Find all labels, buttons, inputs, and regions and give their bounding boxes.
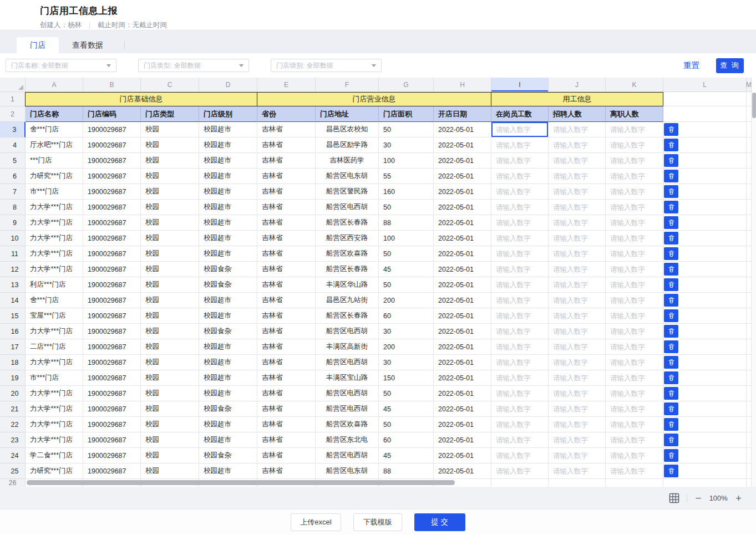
delete-row-button[interactable]: [664, 371, 678, 384]
submit-button[interactable]: 提 交: [414, 513, 465, 531]
tab-view-data[interactable]: 查看数据: [59, 37, 116, 53]
cell-province[interactable]: 吉林省: [257, 448, 316, 463]
hire-count-input[interactable]: [549, 463, 605, 478]
staff-count-input[interactable]: [491, 432, 548, 447]
cell-province[interactable]: 吉林省: [257, 262, 316, 277]
row-number-24[interactable]: 24: [0, 448, 26, 463]
column-header-6[interactable]: 门店地址: [316, 106, 379, 122]
column-letter-A[interactable]: A: [26, 78, 83, 92]
cell-store-name[interactable]: 力大学***门店: [26, 386, 83, 401]
row-number-12[interactable]: 12: [0, 262, 26, 277]
row-number-4[interactable]: 4: [0, 137, 26, 153]
column-header-9[interactable]: 在岗员工数: [491, 106, 549, 122]
store-level-filter[interactable]: 门店级别: 全部数据: [271, 59, 382, 72]
column-header-11[interactable]: 离职人数: [606, 106, 663, 122]
staff-count-input[interactable]: [491, 370, 548, 385]
cell-store-code[interactable]: 1900029687: [83, 401, 141, 417]
cell-store-address[interactable]: 船营区电东胡: [316, 463, 379, 479]
staff-count-input[interactable]: [491, 215, 548, 230]
cell-store-code[interactable]: 1900029687: [83, 448, 141, 463]
delete-row-button[interactable]: [664, 185, 678, 198]
row-number-5[interactable]: 5: [0, 153, 26, 169]
row-number-23[interactable]: 23: [0, 432, 26, 448]
cell-store-level[interactable]: 校园食杂: [199, 448, 257, 463]
cell-store-level[interactable]: 校园超市: [199, 231, 257, 246]
hire-count-input[interactable]: [549, 370, 605, 385]
hire-count-input[interactable]: [549, 324, 605, 339]
column-letter-D[interactable]: D: [199, 78, 257, 92]
leave-count-input[interactable]: [606, 386, 663, 401]
delete-row-button[interactable]: [664, 356, 678, 369]
horizontal-scrollbar-thumb[interactable]: [27, 480, 455, 485]
cell-store-name[interactable]: 力大学***门店: [26, 231, 83, 246]
vertical-scrollbar[interactable]: [751, 92, 756, 487]
leave-count-input[interactable]: [606, 122, 663, 137]
delete-row-button[interactable]: [664, 139, 678, 151]
hire-count-input[interactable]: [549, 417, 605, 432]
column-letter-C[interactable]: C: [141, 78, 199, 92]
cell-store-level[interactable]: 校园超市: [199, 153, 257, 169]
column-header-1[interactable]: 门店名称: [26, 106, 83, 122]
cell-store-level[interactable]: 校园超市: [199, 137, 257, 153]
cell-store-address[interactable]: 丰满区华山路: [316, 277, 379, 293]
cell-province[interactable]: 吉林省: [257, 153, 316, 169]
hire-count-input[interactable]: [549, 432, 605, 447]
cell-province[interactable]: 吉林省: [257, 277, 316, 293]
cell-store-address[interactable]: 昌邑区农校知: [316, 122, 379, 137]
cell-store-name[interactable]: 力大学***门店: [26, 401, 83, 417]
cell-store-area[interactable]: 50: [379, 417, 434, 432]
cell-store-name[interactable]: 力大学***门店: [26, 200, 83, 215]
row-number-20[interactable]: 20: [0, 386, 26, 401]
row-number-26[interactable]: 26: [0, 479, 26, 487]
hire-count-input[interactable]: [549, 401, 605, 416]
cell-store-name[interactable]: 市***门店: [26, 370, 83, 386]
cell-province[interactable]: 吉林省: [257, 355, 316, 370]
delete-row-button[interactable]: [664, 232, 678, 244]
cell-store-level[interactable]: 校园超市: [199, 293, 257, 308]
cell-store-code[interactable]: 1900029687: [83, 370, 141, 386]
cell-province[interactable]: 吉林省: [257, 339, 316, 355]
cell-store-type[interactable]: 校园: [141, 231, 199, 246]
column-header-8[interactable]: 开店日期: [434, 106, 491, 122]
cell-store-code[interactable]: 1900029687: [83, 293, 141, 308]
row-number-6[interactable]: 6: [0, 169, 26, 184]
cell-open-date[interactable]: 2022-05-01: [434, 137, 491, 153]
cell-province[interactable]: 吉林省: [257, 401, 316, 417]
staff-count-input[interactable]: [491, 231, 548, 246]
row-number-3[interactable]: 3: [0, 122, 26, 137]
cell-store-area[interactable]: 60: [379, 432, 434, 448]
delete-row-button[interactable]: [664, 216, 678, 229]
cell-store-level[interactable]: 校园超市: [199, 370, 257, 386]
cell-store-level[interactable]: 校园超市: [199, 169, 257, 184]
cell-store-type[interactable]: 校园: [141, 169, 199, 184]
cell-open-date[interactable]: 2022-05-01: [434, 215, 491, 231]
column-header-3[interactable]: 门店类型: [141, 106, 199, 122]
staff-count-input[interactable]: [491, 386, 548, 401]
cell-open-date[interactable]: 2022-05-01: [434, 370, 491, 386]
cell-province[interactable]: 吉林省: [257, 184, 316, 200]
staff-count-input[interactable]: [491, 184, 548, 199]
cell-store-type[interactable]: 校园: [141, 417, 199, 432]
cell-province[interactable]: 吉林省: [257, 200, 316, 215]
staff-count-input[interactable]: [491, 293, 548, 308]
hire-count-input[interactable]: [549, 184, 605, 199]
cell-store-address[interactable]: 船营区警民路: [316, 184, 379, 200]
row-number-8[interactable]: 8: [0, 200, 26, 215]
staff-count-input[interactable]: [491, 122, 548, 137]
cell-store-area[interactable]: 150: [379, 370, 434, 386]
row-number-18[interactable]: 18: [0, 355, 26, 370]
cell-open-date[interactable]: 2022-05-01: [434, 246, 491, 262]
cell-store-code[interactable]: 1900029687: [83, 137, 141, 153]
column-header-2[interactable]: 门店编码: [83, 106, 141, 122]
cell-store-address[interactable]: 船营区电西胡: [316, 200, 379, 215]
cell-province[interactable]: 吉林省: [257, 215, 316, 231]
cell-store-address[interactable]: 船营区西安路: [316, 231, 379, 246]
vertical-scrollbar-thumb[interactable]: [752, 93, 756, 118]
hire-count-input[interactable]: [549, 246, 605, 261]
cell-open-date[interactable]: 2022-05-01: [434, 432, 491, 448]
leave-count-input[interactable]: [606, 401, 663, 416]
leave-count-input[interactable]: [606, 463, 663, 478]
cell-store-address[interactable]: 船营区电西胡: [316, 401, 379, 417]
cell-store-level[interactable]: 校园超市: [199, 200, 257, 215]
leave-count-input[interactable]: [606, 153, 663, 168]
